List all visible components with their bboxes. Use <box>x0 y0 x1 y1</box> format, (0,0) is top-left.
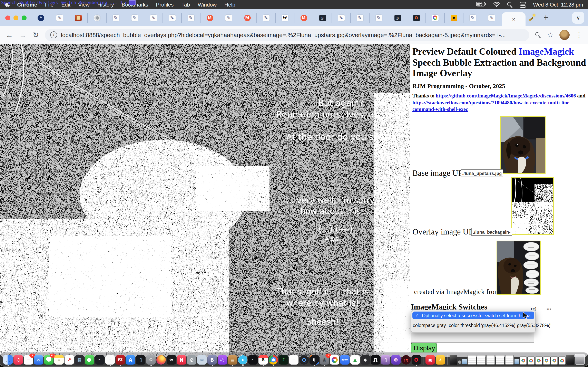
dock-contacts[interactable]: ▤ <box>228 355 237 365</box>
dock-reminders[interactable]: ≡3 <box>24 355 33 365</box>
dock-iphone[interactable]: ▯ <box>381 355 390 365</box>
wifi-icon[interactable] <box>493 1 501 8</box>
github-link[interactable]: https://github.com/ImageMagick/ImageMagi… <box>436 93 576 99</box>
tab-pen[interactable]: ✎ <box>257 12 276 23</box>
zoom-page-icon[interactable] <box>535 32 541 38</box>
dock-textedit[interactable]: ≡ <box>105 355 115 365</box>
switches-textarea[interactable] <box>411 333 534 342</box>
dock-minimized-chrome-window[interactable] <box>559 356 566 365</box>
dock-photo-booth[interactable]: ◉1 <box>320 355 329 365</box>
dock-minimized-document[interactable] <box>496 355 504 365</box>
dock-minimized-item[interactable] <box>458 360 461 364</box>
tab-wiki[interactable]: W <box>276 12 294 23</box>
close-window-button[interactable] <box>5 16 10 20</box>
tab-pen[interactable]: ✎ <box>332 12 351 23</box>
dock-utility[interactable]: ⚙ <box>146 355 156 365</box>
dock-stocks[interactable]: ↗ <box>65 355 74 365</box>
active-tab[interactable]: × <box>502 12 526 26</box>
dock-minimized-chrome-window[interactable] <box>527 356 535 365</box>
tab-sbs[interactable]: ◆ <box>445 12 463 23</box>
dock-app-store[interactable]: A <box>126 355 135 365</box>
menu-item-help[interactable]: Help <box>224 2 235 8</box>
reload-button[interactable]: ↻ <box>33 31 39 39</box>
dock-paint[interactable] <box>330 355 339 365</box>
tab-wand[interactable]: ★ <box>526 9 539 26</box>
battery-icon[interactable] <box>476 2 486 8</box>
dock-minimized-document[interactable] <box>477 355 485 365</box>
dock-apple-tv[interactable]: tv <box>167 355 176 365</box>
spotlight-search-icon[interactable] <box>507 2 513 8</box>
dock-safari[interactable]: ◆ <box>238 355 247 365</box>
base-image-thumbnail[interactable] <box>500 116 545 174</box>
dock-facetime[interactable]: ▸ <box>85 355 94 365</box>
profile-avatar[interactable] <box>559 30 570 40</box>
dock-launchpad[interactable]: ▦ <box>75 355 84 365</box>
tab-search-button[interactable]: ∨ <box>572 12 584 24</box>
stackoverflow-link[interactable]: https://stackoverflow.com/questions/7109… <box>412 100 571 112</box>
dock-filezilla[interactable]: FZ <box>116 355 125 365</box>
tab-darkS[interactable]: S <box>388 12 407 23</box>
threshold-thumbnail[interactable] <box>511 177 554 235</box>
dock-iphone-mirroring[interactable]: ▯ <box>136 355 145 365</box>
dock-finder[interactable]: ‿ <box>3 355 13 365</box>
menu-clock[interactable]: Wed 8 Oct 12:28 pm <box>533 2 583 8</box>
dock-mail[interactable]: ✉ <box>34 355 43 365</box>
dock-trash[interactable] <box>575 354 585 365</box>
tab-pen[interactable]: ✎ <box>219 12 238 23</box>
dock-messages[interactable]: 202 <box>44 355 53 365</box>
dock-toothfairy[interactable]: Ω <box>371 355 380 365</box>
dock-music[interactable]: ♫ <box>13 355 23 365</box>
dock-chrome[interactable] <box>269 355 278 365</box>
dock-terminal[interactable]: >_ <box>95 355 104 365</box>
dropdown-selected-option[interactable]: ✓ Optionally select a successful switch … <box>412 312 534 319</box>
tab-grayM[interactable] <box>88 12 107 23</box>
dock-notes[interactable]: ≡ <box>54 355 64 365</box>
dock-mini-window[interactable]: ▭ <box>197 355 207 365</box>
control-center-icon[interactable] <box>520 2 526 8</box>
menu-item-window[interactable]: Window <box>198 2 217 8</box>
menu-item-tab[interactable]: Tab <box>182 2 190 8</box>
dock-dev-prism[interactable]: ▲ <box>350 355 360 365</box>
overlay-image-thumbnail[interactable] <box>497 241 541 295</box>
tab-pen[interactable]: ✎ <box>50 12 69 23</box>
dock-speed-gauge[interactable]: ◔ <box>401 355 411 365</box>
dock-minimized-window[interactable] <box>462 359 467 364</box>
dock-cards-app[interactable]: ▣ <box>425 355 435 365</box>
tab-pen[interactable]: ✎ <box>163 12 182 23</box>
dock-bbedit[interactable]: B <box>208 355 217 365</box>
menu-item-profiles[interactable]: Profiles <box>156 2 174 8</box>
dock-minimized-window[interactable] <box>515 359 519 364</box>
dock-terminal-green[interactable]: # <box>279 355 288 365</box>
back-button[interactable]: ← <box>6 31 13 39</box>
dock-document[interactable]: ≡ <box>289 355 298 365</box>
tab-pen[interactable]: ✎ <box>351 12 370 23</box>
address-bar[interactable]: i localhost:8888/speech_bubble_overlays.… <box>45 29 529 41</box>
bookmark-star-icon[interactable]: ☆ <box>547 31 553 39</box>
tab-dots[interactable] <box>426 12 445 23</box>
dock-inkscape[interactable]: ◆ <box>361 355 370 365</box>
dock-no-sign[interactable]: ⊘ <box>187 355 196 365</box>
tab-orangeM[interactable]: M <box>200 12 219 23</box>
tab-close-icon[interactable]: × <box>512 16 515 22</box>
tab-navy[interactable] <box>31 12 50 23</box>
tab-orangeM[interactable]: M <box>294 12 313 23</box>
imagemagick-link[interactable]: ImageMagick <box>519 47 574 57</box>
dock-minimized-document[interactable] <box>467 355 476 365</box>
browser-menu-icon[interactable]: ⋮ <box>576 31 582 39</box>
zoom-window-button[interactable] <box>22 16 26 20</box>
tab-darkS[interactable]: S <box>313 12 332 23</box>
tab-pen[interactable]: ✎ <box>107 12 125 23</box>
dock-minimized-document[interactable] <box>486 355 495 365</box>
dropdown-option[interactable]: -colorspace gray -color-threshold 'gray(… <box>411 323 535 328</box>
base-image-input[interactable] <box>461 169 503 177</box>
dock-minimized-chrome-window[interactable] <box>520 356 527 365</box>
dock-purple-app[interactable]: ☻ <box>391 355 401 365</box>
url-text[interactable]: localhost:8888/speech_bubble_overlays.ph… <box>61 32 524 38</box>
tab-book[interactable] <box>69 12 88 23</box>
dock-zoom[interactable]: zoom <box>340 355 350 365</box>
site-info-icon[interactable]: i <box>50 31 57 38</box>
dock-calendar[interactable]: 8 <box>259 355 268 365</box>
overlay-image-input[interactable] <box>471 228 512 236</box>
dock-minimized-chrome-window[interactable] <box>543 356 550 365</box>
dock-minimized-photo[interactable] <box>450 355 457 365</box>
